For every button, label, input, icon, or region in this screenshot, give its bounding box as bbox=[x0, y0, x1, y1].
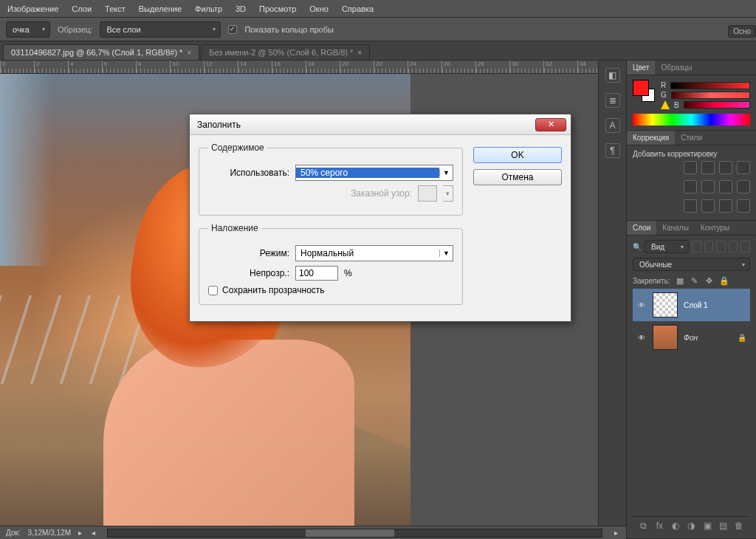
opacity-input[interactable]: 100 bbox=[295, 266, 338, 281]
contents-group: Содержимое Использовать: 50% серого ▼ За… bbox=[199, 143, 463, 216]
use-dropdown[interactable]: 50% серого ▼ bbox=[295, 165, 453, 181]
dialog-close-button[interactable]: ✕ bbox=[535, 118, 566, 131]
preserve-checkbox-input[interactable] bbox=[208, 286, 218, 295]
mode-label: Режим: bbox=[208, 248, 289, 258]
custom-pattern-swatch bbox=[418, 185, 437, 202]
mode-value: Нормальный bbox=[296, 248, 439, 258]
use-value: 50% серого bbox=[296, 168, 439, 178]
opacity-unit: % bbox=[344, 268, 352, 278]
preserve-transparency-checkbox[interactable]: Сохранить прозрачность bbox=[208, 285, 453, 295]
chevron-down-icon: ▾ bbox=[443, 185, 453, 202]
use-label: Использовать: bbox=[208, 168, 289, 178]
cancel-button[interactable]: Отмена bbox=[473, 169, 562, 185]
opacity-label: Непрозр.: bbox=[208, 268, 289, 278]
preserve-label: Сохранить прозрачность bbox=[222, 285, 325, 295]
pattern-label: Заказной узор: bbox=[208, 188, 412, 199]
blending-group: Наложение Режим: Нормальный ▼ Непрозр.: … bbox=[199, 223, 463, 305]
chevron-down-icon[interactable]: ▼ bbox=[439, 250, 453, 257]
fill-dialog: Заполнить ✕ Содержимое Использовать: 50%… bbox=[189, 114, 571, 322]
contents-legend: Содержимое bbox=[208, 143, 267, 153]
chevron-down-icon[interactable]: ▼ bbox=[439, 169, 453, 176]
dialog-titlebar[interactable]: Заполнить ✕ bbox=[190, 114, 571, 135]
ok-button[interactable]: OK bbox=[473, 147, 562, 163]
blending-legend: Наложение bbox=[208, 223, 261, 233]
foreground-swatch[interactable] bbox=[633, 80, 649, 96]
dialog-title-text: Заполнить bbox=[194, 120, 535, 130]
mode-dropdown[interactable]: Нормальный ▼ bbox=[295, 245, 453, 261]
